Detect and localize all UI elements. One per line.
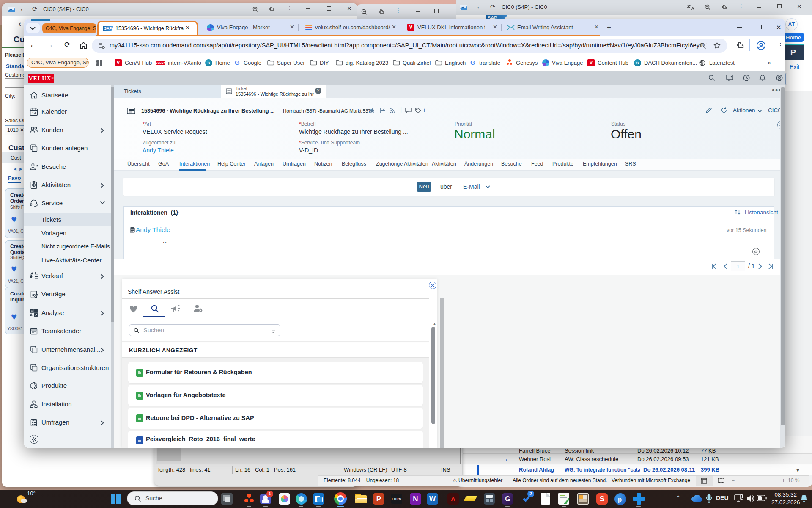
svg-text:14: 14 <box>32 111 36 115</box>
